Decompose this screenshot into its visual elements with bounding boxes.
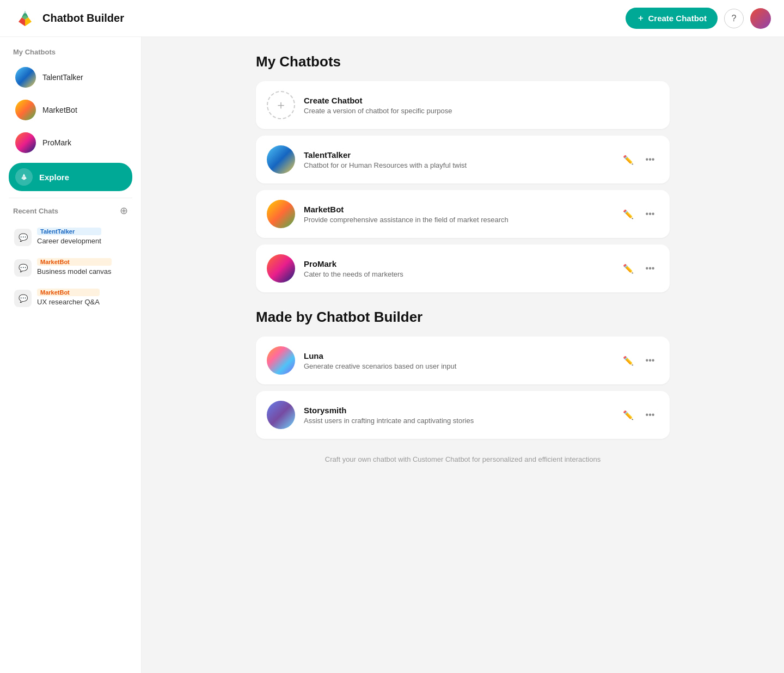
explore-icon [15, 168, 33, 186]
marketbot-card-content: MarketBot Provide comprehensive assistan… [304, 205, 611, 224]
promark-card-content: ProMark Cater to the needs of marketers [304, 259, 611, 278]
marketbot-name: MarketBot [42, 106, 77, 114]
create-chatbot-button[interactable]: ＋ Create Chatbot [626, 8, 718, 29]
help-button[interactable]: ? [724, 9, 744, 28]
plus-icon: ＋ [636, 13, 645, 23]
storysmith-card-avatar [267, 401, 295, 429]
talenttalker-card: TalentTalker Chatbot for or Human Resour… [256, 136, 670, 183]
explore-label: Explore [39, 173, 69, 182]
question-mark-icon: ? [732, 14, 737, 23]
main-content: My Chatbots ＋ Create Chatbot Create a ve… [142, 37, 784, 673]
talenttalker-avatar [15, 67, 36, 88]
luna-card-desc: Generate creative scenarios based on use… [304, 362, 611, 370]
made-by-title: Made by Chatbot Builder [256, 309, 670, 326]
marketbot-card-actions: ✏️ ••• [620, 205, 659, 223]
talenttalker-more-button[interactable]: ••• [641, 151, 659, 168]
chat-item-ux[interactable]: 💬 MarketBot UX researcher Q&A [9, 283, 132, 313]
my-chatbots-title: My Chatbots [256, 53, 670, 70]
storysmith-card-name: Storysmith [304, 406, 611, 415]
talenttalker-name: TalentTalker [42, 73, 83, 82]
chat-icon-career: 💬 [14, 229, 32, 246]
new-chat-button[interactable]: ⊕ [120, 205, 128, 217]
create-chatbot-card-name: Create Chatbot [304, 96, 659, 105]
promark-card-desc: Cater to the needs of marketers [304, 270, 611, 278]
promark-card: ProMark Cater to the needs of marketers … [256, 244, 670, 292]
luna-card-actions: ✏️ ••• [620, 352, 659, 369]
promark-name: ProMark [42, 138, 71, 147]
chat-content-career: TalentTalker Career development [37, 228, 101, 245]
footer-text: Craft your own chatbot with Customer Cha… [256, 450, 670, 469]
chat-icon-ux: 💬 [14, 290, 32, 307]
talenttalker-card-content: TalentTalker Chatbot for or Human Resour… [304, 150, 611, 169]
recent-chats-header: Recent Chats ⊕ [9, 205, 132, 217]
talenttalker-card-desc: Chatbot for or Human Resources with a pl… [304, 161, 611, 169]
chat-item-business[interactable]: 💬 MarketBot Business model canvas [9, 253, 132, 282]
header-right: ＋ Create Chatbot ? [626, 8, 771, 29]
header-left: Chatbot Builder [13, 7, 124, 30]
chat-tag-marketbot-1: MarketBot [37, 258, 112, 266]
marketbot-card: MarketBot Provide comprehensive assistan… [256, 190, 670, 238]
sidebar-item-promark[interactable]: ProMark [9, 127, 132, 158]
luna-edit-button[interactable]: ✏️ [620, 352, 637, 369]
storysmith-card-content: Storysmith Assist users in crafting intr… [304, 406, 611, 425]
header: Chatbot Builder ＋ Create Chatbot ? [0, 0, 784, 37]
chat-tag-talenttalker: TalentTalker [37, 228, 101, 235]
promark-more-button[interactable]: ••• [641, 260, 659, 277]
talenttalker-edit-button[interactable]: ✏️ [620, 151, 637, 168]
app-title: Chatbot Builder [42, 12, 124, 25]
chat-tag-marketbot-2: MarketBot [37, 289, 100, 296]
promark-avatar [15, 132, 36, 153]
user-avatar[interactable] [750, 8, 771, 29]
create-chatbot-label: Create Chatbot [648, 14, 707, 23]
chat-title-business: Business model canvas [37, 267, 112, 276]
storysmith-edit-button[interactable]: ✏️ [620, 406, 637, 424]
create-chatbot-plus-icon: ＋ [267, 91, 295, 119]
promark-card-name: ProMark [304, 259, 611, 268]
promark-card-actions: ✏️ ••• [620, 260, 659, 277]
storysmith-more-button[interactable]: ••• [641, 406, 659, 424]
chat-content-business: MarketBot Business model canvas [37, 258, 112, 276]
chat-item-career[interactable]: 💬 TalentTalker Career development [9, 222, 132, 252]
talenttalker-card-name: TalentTalker [304, 150, 611, 160]
luna-more-button[interactable]: ••• [641, 352, 659, 369]
luna-card-name: Luna [304, 351, 611, 360]
marketbot-card-desc: Provide comprehensive assistance in the … [304, 216, 611, 224]
marketbot-avatar [15, 100, 36, 120]
promark-edit-button[interactable]: ✏️ [620, 260, 637, 277]
logo-icon [13, 7, 37, 30]
promark-card-avatar [267, 254, 295, 283]
recent-chats-label: Recent Chats [13, 207, 58, 215]
marketbot-edit-button[interactable]: ✏️ [620, 205, 637, 223]
sidebar-divider [9, 198, 132, 198]
luna-card-avatar [267, 346, 295, 375]
create-chatbot-card-content: Create Chatbot Create a version of chatb… [304, 96, 659, 115]
talenttalker-card-avatar [267, 145, 295, 174]
luna-card: Luna Generate creative scenarios based o… [256, 337, 670, 384]
storysmith-card-actions: ✏️ ••• [620, 406, 659, 424]
explore-nav-item[interactable]: Explore [9, 163, 132, 191]
main-inner: My Chatbots ＋ Create Chatbot Create a ve… [256, 53, 670, 469]
storysmith-card-desc: Assist users in crafting intricate and c… [304, 417, 611, 425]
chat-title-ux: UX researcher Q&A [37, 298, 100, 306]
chat-icon-business: 💬 [14, 259, 32, 277]
marketbot-card-avatar [267, 200, 295, 228]
storysmith-card: Storysmith Assist users in crafting intr… [256, 391, 670, 439]
luna-card-content: Luna Generate creative scenarios based o… [304, 351, 611, 370]
my-chatbots-sidebar-label: My Chatbots [9, 48, 132, 56]
marketbot-card-name: MarketBot [304, 205, 611, 214]
chat-title-career: Career development [37, 237, 101, 245]
create-chatbot-card-desc: Create a version of chatbot for specific… [304, 107, 659, 115]
sidebar-item-talenttalker[interactable]: TalentTalker [9, 62, 132, 93]
sidebar: My Chatbots TalentTalker MarketBot ProMa… [0, 37, 142, 673]
marketbot-more-button[interactable]: ••• [641, 205, 659, 223]
sidebar-item-marketbot[interactable]: MarketBot [9, 94, 132, 126]
talenttalker-card-actions: ✏️ ••• [620, 151, 659, 168]
layout: My Chatbots TalentTalker MarketBot ProMa… [0, 37, 784, 673]
create-chatbot-card[interactable]: ＋ Create Chatbot Create a version of cha… [256, 81, 670, 129]
chat-content-ux: MarketBot UX researcher Q&A [37, 289, 100, 306]
